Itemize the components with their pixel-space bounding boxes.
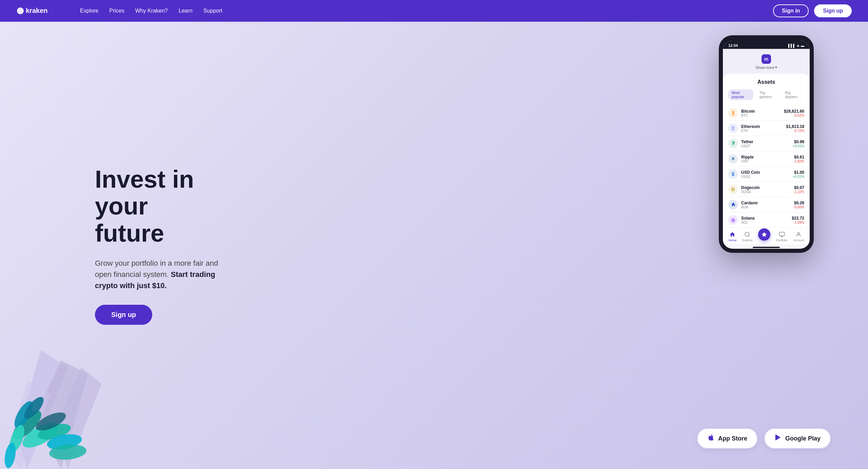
portfolio-icon <box>778 231 785 238</box>
asset-change: -0.72% <box>786 129 804 133</box>
asset-name: Dogecoin <box>741 185 790 190</box>
asset-change: -0.52% <box>784 114 804 117</box>
list-item[interactable]: $ USD Coin USDC $1.00 +0.01% <box>728 167 804 182</box>
asset-ticker: ETH <box>741 129 783 133</box>
home-bar <box>753 247 780 248</box>
phone-logo: m <box>762 54 771 64</box>
asset-info: Solana SOL <box>741 216 788 224</box>
asset-change: -1.82% <box>793 160 804 163</box>
google-play-label: Google Play <box>785 435 821 442</box>
battery-icon: ▬ <box>801 44 804 48</box>
phone-app-header: m Show more ▾ <box>723 52 810 74</box>
phone-screen-content: m Show more ▾ Assets Most popular Top ga… <box>723 49 810 227</box>
asset-ticker: DOGE <box>741 190 790 194</box>
asset-icon: Ð <box>728 185 738 194</box>
show-more[interactable]: Show more ▾ <box>755 65 777 70</box>
asset-name: Ripple <box>741 155 790 160</box>
navbar: kraken Explore Prices Why Kraken? Learn … <box>0 0 868 22</box>
signin-button[interactable]: Sign in <box>773 4 809 17</box>
logo[interactable]: kraken <box>16 5 64 16</box>
list-item[interactable]: Ξ Ethereum ETH $1,813.18 -0.72% <box>728 121 804 136</box>
phone-frame: 12:04 ▌▌▌ ◈ ▬ m Show more ▾ <box>719 35 814 253</box>
app-store-button[interactable]: App Store <box>697 428 757 449</box>
list-item[interactable]: ₮ Tether USDT $0.99 +0.01% <box>728 136 804 151</box>
nav-learn[interactable]: Learn <box>179 8 193 14</box>
assets-title: Assets <box>728 79 804 85</box>
asset-name: Ethereum <box>741 124 783 129</box>
asset-list: ₿ Bitcoin BTC $28,621.60 -0.52% Ξ Ethere… <box>728 106 804 227</box>
chevron-down-icon: ▾ <box>775 65 777 70</box>
bottom-nav-portfolio[interactable]: Portfolio <box>776 231 787 242</box>
asset-change: -1.09% <box>792 221 804 224</box>
signup-button-hero[interactable]: Sign up <box>95 305 152 325</box>
asset-price: $0.61 -1.82% <box>793 155 804 163</box>
store-buttons: App Store Google Play <box>697 428 831 449</box>
asset-name: Bitcoin <box>741 109 781 114</box>
list-item[interactable]: ₿ Bitcoin BTC $28,621.60 -0.52% <box>728 106 804 121</box>
svg-point-16 <box>745 232 749 236</box>
svg-point-18 <box>797 232 800 234</box>
explore-icon <box>744 231 751 238</box>
assets-tabs: Most popular Top gainers Big dippers <box>728 89 804 100</box>
nav-actions: Sign in Sign up <box>773 4 852 17</box>
app-store-label: App Store <box>718 435 747 442</box>
tab-most-popular[interactable]: Most popular <box>728 89 753 100</box>
asset-info: USD Coin USDC <box>741 170 789 179</box>
asset-info: Ripple XRP <box>741 155 790 163</box>
signup-button-nav[interactable]: Sign up <box>814 4 852 17</box>
asset-name: USD Coin <box>741 170 789 175</box>
assets-section: Assets Most popular Top gainers Big dipp… <box>723 74 810 227</box>
svg-rect-17 <box>779 232 784 236</box>
asset-icon: $ <box>728 169 738 179</box>
hero-section: Invest in your future Grow your portfoli… <box>0 22 868 469</box>
svg-point-0 <box>17 7 24 14</box>
asset-ticker: USDC <box>741 175 789 179</box>
asset-ticker: ADA <box>741 205 790 209</box>
asset-value: $0.99 <box>793 139 804 144</box>
home-icon <box>729 231 736 238</box>
nav-support[interactable]: Support <box>203 8 222 14</box>
asset-price: $1,813.18 -0.72% <box>786 124 804 133</box>
asset-value: $0.28 <box>793 201 804 205</box>
signal-icon: ▌▌▌ <box>788 44 795 48</box>
nav-why-kraken[interactable]: Why Kraken? <box>135 8 168 14</box>
asset-name: Solana <box>741 216 788 221</box>
asset-price: $28,621.60 -0.52% <box>784 109 804 117</box>
asset-change: +0.01% <box>793 175 804 179</box>
phone-mockup: 12:04 ▌▌▌ ◈ ▬ m Show more ▾ <box>719 35 814 253</box>
bottom-nav-explore[interactable]: Explore <box>742 231 753 242</box>
asset-ticker: BTC <box>741 114 781 117</box>
asset-value: $0.61 <box>793 155 804 160</box>
asset-info: Tether USDT <box>741 139 789 148</box>
asset-ticker: USDT <box>741 144 789 148</box>
google-play-button[interactable]: Google Play <box>764 428 831 449</box>
hero-content: Invest in your future Grow your portfoli… <box>0 166 231 325</box>
list-item[interactable]: Ð Dogecoin DOGE $0.07 -1.22% <box>728 182 804 197</box>
nav-prices[interactable]: Prices <box>109 8 124 14</box>
bottom-nav-account[interactable]: Account <box>793 231 804 242</box>
asset-ticker: SOL <box>741 221 788 224</box>
bottom-nav-home[interactable]: Home <box>728 231 736 242</box>
apple-icon <box>707 434 715 443</box>
asset-value: $0.07 <box>793 185 804 190</box>
asset-value: $1,813.18 <box>786 124 804 129</box>
asset-icon: ◎ <box>728 215 738 225</box>
asset-info: Dogecoin DOGE <box>741 185 790 194</box>
hero-subtitle: Grow your portfolio in a more fair and o… <box>95 258 231 291</box>
asset-name: Tether <box>741 139 789 144</box>
asset-name: Cardano <box>741 201 790 205</box>
asset-icon: ✕ <box>728 154 738 164</box>
list-item[interactable]: ₳ Cardano ADA $0.28 -0.60% <box>728 197 804 212</box>
asset-value: $1.00 <box>793 170 804 175</box>
asset-value: $22.72 <box>792 216 804 221</box>
bottom-nav-trade[interactable] <box>758 228 770 241</box>
tab-big-dippers[interactable]: Big dippers <box>782 89 804 100</box>
wifi-icon: ◈ <box>797 44 800 48</box>
nav-explore[interactable]: Explore <box>80 8 98 14</box>
asset-info: Cardano ADA <box>741 201 790 209</box>
tab-top-gainers[interactable]: Top gainers <box>756 89 779 100</box>
asset-price: $0.07 -1.22% <box>793 185 804 194</box>
asset-icon: Ξ <box>728 124 738 133</box>
list-item[interactable]: ◎ Solana SOL $22.72 -1.09% <box>728 212 804 227</box>
list-item[interactable]: ✕ Ripple XRP $0.61 -1.82% <box>728 151 804 167</box>
